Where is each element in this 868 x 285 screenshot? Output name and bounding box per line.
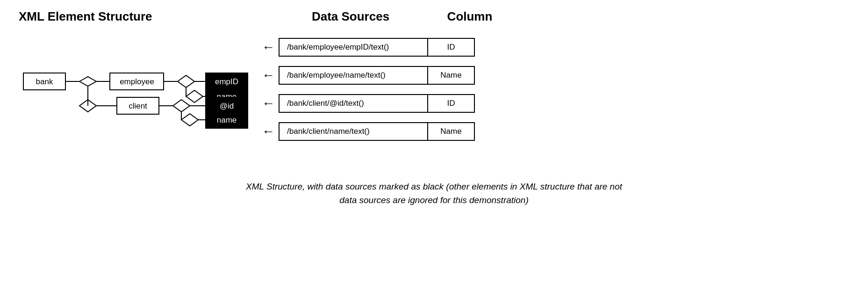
diagram-row: bank employee empID [19,33,849,166]
data-sources-header: Data Sources [262,9,439,24]
svg-text:bank: bank [36,77,53,86]
data-row-empid: ← /bank/employee/empID/text() ID [262,33,475,61]
svg-marker-12 [186,90,203,102]
svg-marker-7 [178,75,194,88]
data-row-clientid: ← /bank/client/@id/text() ID [262,89,475,117]
svg-marker-22 [173,100,190,112]
xml-structure-header: XML Element Structure [19,9,262,24]
data-rows-area: ← /bank/employee/empID/text() ID ← /bank… [262,33,475,146]
page-container: XML Element Structure Data Sources Colum… [19,9,849,207]
caption: XML Structure, with data sources marked … [154,180,715,207]
column-box-clientname: Name [428,122,475,141]
source-box-empname: /bank/employee/name/text() [279,66,428,85]
data-row-empname: ← /bank/employee/name/text() Name [262,61,475,89]
column-box-empid: ID [428,38,475,57]
arrow-empname: ← [262,68,275,83]
source-box-empid: /bank/employee/empID/text() [279,38,428,57]
svg-text:client: client [129,102,147,110]
column-box-empname: Name [428,66,475,85]
arrow-clientid: ← [262,96,275,111]
svg-text:empID: empID [215,77,238,86]
xml-structure-diagram: bank employee empID [19,33,262,166]
source-box-clientid: /bank/client/@id/text() [279,94,428,113]
column-header: Column [439,9,500,24]
arrow-clientname: ← [262,124,275,139]
svg-marker-2 [79,77,96,86]
svg-text:name: name [217,116,237,124]
column-box-clientid: ID [428,94,475,113]
source-box-clientname: /bank/client/name/text() [279,122,428,141]
arrow-empid: ← [262,40,275,55]
xml-tree-svg: bank employee empID [19,33,262,164]
caption-line1: XML Structure, with data sources marked … [246,182,622,191]
caption-line2: data sources are ignored for this demons… [339,195,529,205]
data-row-clientname: ← /bank/client/name/text() Name [262,117,475,146]
svg-text:@id: @id [220,102,234,110]
svg-text:employee: employee [120,77,154,86]
headers-row: XML Element Structure Data Sources Colum… [19,9,849,24]
svg-marker-27 [181,114,198,126]
